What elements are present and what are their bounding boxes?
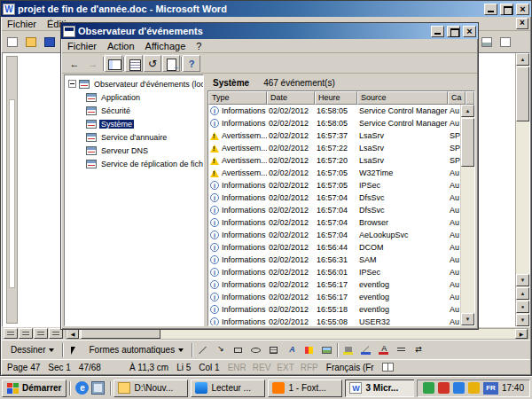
minimize-icon[interactable]: [431, 26, 444, 37]
word-titlebar[interactable]: projet de fin de d'année.doc - Microsoft…: [1, 1, 531, 17]
scrollbar-thumb[interactable]: [461, 118, 474, 167]
show-console-tree-icon[interactable]: [105, 55, 122, 72]
event-row[interactable]: Avertissem... 02/02/2012 16:57:20 LsaSrv…: [208, 154, 460, 167]
hscrollbar-thumb[interactable]: [81, 329, 160, 339]
column-header[interactable]: Source: [357, 91, 448, 105]
tree-item[interactable]: Sécurité: [65, 104, 203, 117]
maximize-icon[interactable]: [500, 4, 513, 15]
back-icon[interactable]: [66, 55, 83, 72]
drawing-toolbar-icon[interactable]: [479, 35, 495, 50]
event-row[interactable]: Informations 02/02/2012 16:57:04 Browser…: [208, 216, 460, 229]
vertical-scrollbar[interactable]: ▲ ▼ ▲ ● ▼: [515, 53, 529, 326]
task-button[interactable]: 1 - Foxt...: [268, 379, 342, 397]
event-row[interactable]: Informations 02/02/2012 16:57:04 DfsSvc …: [208, 204, 460, 216]
event-row[interactable]: Informations 02/02/2012 16:56:17 eventlo…: [208, 278, 460, 291]
event-viewer-menu-item[interactable]: Affichage: [140, 40, 192, 52]
event-row[interactable]: Informations 02/02/2012 16:56:31 SAM Au: [208, 254, 460, 266]
event-viewer-menu-item[interactable]: Action: [102, 40, 140, 52]
autoshapes-menu-button[interactable]: Formes automatiques: [83, 342, 189, 358]
print-layout-view-icon[interactable]: [34, 328, 48, 339]
oval-icon[interactable]: [248, 343, 263, 357]
event-row[interactable]: Avertissem... 02/02/2012 16:57:22 LsaSrv…: [208, 142, 460, 154]
column-header[interactable]: Type: [208, 91, 267, 105]
close-icon[interactable]: [516, 4, 529, 15]
new-document-icon[interactable]: [4, 35, 20, 50]
line-color-icon[interactable]: [358, 343, 373, 357]
wordart-icon[interactable]: [284, 343, 299, 357]
event-viewer-menu-item[interactable]: Fichier: [62, 40, 102, 52]
network-tray-icon[interactable]: [453, 382, 465, 394]
tree-item[interactable]: Service d'annuaire: [65, 130, 203, 144]
arrow-icon[interactable]: [213, 343, 228, 357]
event-row[interactable]: Informations 02/02/2012 16:55:08 USER32 …: [208, 316, 460, 325]
task-button[interactable]: 3 Micr...: [345, 379, 413, 397]
scroll-down-icon[interactable]: ▼: [461, 313, 474, 325]
close-document-icon[interactable]: [516, 18, 528, 29]
rectangle-icon[interactable]: [231, 343, 246, 357]
clip-art-icon[interactable]: [301, 343, 317, 357]
help-icon[interactable]: [183, 55, 200, 72]
word-menu-item[interactable]: Fichier: [2, 18, 42, 30]
event-row[interactable]: Informations 02/02/2012 16:56:17 eventlo…: [208, 291, 460, 303]
tree-item[interactable]: Système: [65, 117, 203, 130]
scroll-up-icon[interactable]: ▲: [516, 53, 529, 66]
task-button[interactable]: Lecteur ...: [191, 379, 265, 397]
antivirus-tray-icon[interactable]: [423, 382, 434, 394]
fill-color-icon[interactable]: [340, 343, 356, 357]
previous-page-icon[interactable]: ▲: [516, 287, 529, 300]
tree-root-item[interactable]: Observateur d'événements (local): [65, 77, 203, 90]
event-row[interactable]: Informations 02/02/2012 16:57:04 DfsSvc …: [208, 192, 460, 204]
event-row[interactable]: Informations 02/02/2012 16:57:04 AeLooku…: [208, 229, 460, 241]
open-icon[interactable]: [23, 35, 39, 50]
text-box-icon[interactable]: [266, 343, 281, 357]
show-desktop-icon[interactable]: [91, 381, 105, 395]
task-button[interactable]: D:\Nouv...: [113, 379, 188, 397]
export-list-icon[interactable]: [162, 55, 180, 72]
scroll-down-icon[interactable]: ▼: [516, 274, 529, 286]
properties-icon[interactable]: [125, 55, 143, 72]
scrollbar-thumb[interactable]: [516, 66, 529, 121]
maximize-icon[interactable]: [447, 26, 460, 37]
tree-item[interactable]: Serveur DNS: [65, 144, 203, 157]
select-browse-object-icon[interactable]: ●: [516, 301, 529, 313]
line-style-icon[interactable]: [394, 343, 409, 357]
draw-menu-button[interactable]: Dessiner: [5, 342, 59, 358]
event-viewer-menu-item[interactable]: ?: [191, 40, 207, 52]
next-page-icon[interactable]: ▼: [516, 314, 529, 326]
event-row[interactable]: Informations 02/02/2012 16:56:44 DCOM Au: [208, 241, 460, 254]
update-tray-icon[interactable]: [438, 382, 450, 394]
event-viewer-titlebar[interactable]: Observateur d'événements: [61, 23, 478, 39]
column-header[interactable]: Date: [267, 91, 315, 105]
event-row[interactable]: Informations 02/02/2012 16:57:05 IPSec A…: [208, 179, 460, 192]
list-vertical-scrollbar[interactable]: ▲ ▼: [460, 105, 474, 325]
font-color-icon[interactable]: [376, 343, 391, 357]
minimize-icon[interactable]: [484, 4, 497, 15]
normal-view-icon[interactable]: [4, 328, 18, 339]
tree-item[interactable]: Service de réplication de fichiers: [65, 157, 203, 170]
forward-icon[interactable]: [84, 55, 102, 72]
tree-item[interactable]: Application: [65, 90, 203, 104]
event-row[interactable]: Informations 02/02/2012 16:58:05 Service…: [208, 117, 460, 129]
collapse-icon[interactable]: [68, 80, 76, 88]
column-header[interactable]: Heure: [315, 91, 357, 105]
web-layout-view-icon[interactable]: [19, 328, 33, 339]
line-icon[interactable]: [195, 343, 210, 357]
save-icon[interactable]: [42, 35, 58, 50]
event-row[interactable]: Avertissem... 02/02/2012 16:57:37 LsaSrv…: [208, 129, 460, 142]
scroll-up-icon[interactable]: ▲: [461, 105, 474, 117]
close-icon[interactable]: [463, 26, 476, 37]
select-objects-icon[interactable]: [66, 343, 81, 357]
arrow-style-icon[interactable]: [411, 343, 426, 357]
language-indicator[interactable]: FR: [483, 382, 498, 395]
document-map-icon[interactable]: [497, 35, 513, 50]
event-row[interactable]: Informations 02/02/2012 16:58:05 Service…: [208, 105, 460, 117]
start-button[interactable]: Démarrer: [2, 379, 66, 397]
event-row[interactable]: Informations 02/02/2012 16:55:18 eventlo…: [208, 303, 460, 316]
event-row[interactable]: Informations 02/02/2012 16:56:01 IPSec A…: [208, 266, 460, 278]
column-header[interactable]: Ca: [448, 91, 466, 105]
event-row[interactable]: Avertissem... 02/02/2012 16:57:05 W32Tim…: [208, 167, 460, 179]
refresh-icon[interactable]: [144, 55, 161, 72]
internet-explorer-icon[interactable]: [75, 381, 89, 395]
scroll-left-icon[interactable]: ◀: [66, 329, 79, 339]
scroll-right-icon[interactable]: ▶: [515, 329, 528, 339]
